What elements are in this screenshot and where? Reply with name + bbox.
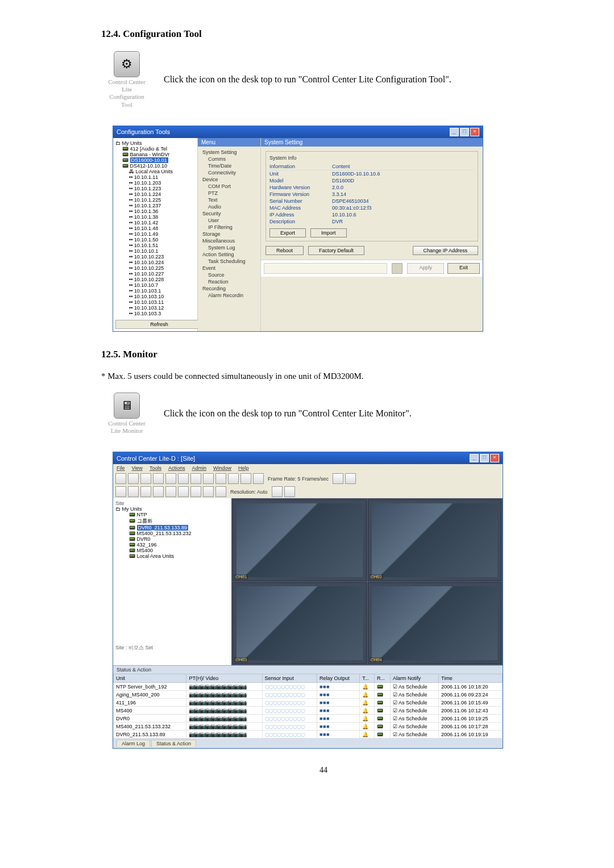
menu-item[interactable]: Security xyxy=(200,210,258,217)
tree-item[interactable]: •• 10.10.10.223 xyxy=(115,254,195,260)
tb-icon[interactable] xyxy=(165,473,176,484)
maximize-icon[interactable]: □ xyxy=(480,454,489,462)
view-cell[interactable]: CH03 xyxy=(233,582,367,664)
tree-item[interactable]: •• 10.10.1.237 xyxy=(115,203,195,208)
menu-item[interactable]: Miscellaneous xyxy=(200,237,258,244)
tb-icon[interactable] xyxy=(115,486,126,497)
menu-item[interactable]: System Setting xyxy=(200,149,258,156)
menu-item[interactable]: Event xyxy=(200,265,258,272)
tree-item[interactable]: 📟 DS16000-10.01 xyxy=(115,157,195,163)
col-header[interactable]: Alarm Notify xyxy=(391,674,439,683)
mon-menubar[interactable]: FileViewToolsActionsAdminWindowHelp xyxy=(113,464,503,472)
menu-item[interactable]: Device xyxy=(200,176,258,183)
tree-item[interactable]: 📟 MS400 xyxy=(115,548,229,553)
menu-item[interactable]: Connectivity xyxy=(200,169,258,176)
table-row[interactable]: Aging_MS400_200📷📷📷📷📷📷📷📷📷📷◌◌◌◌◌◌◌◌◌◌■ ■ ■… xyxy=(114,691,503,699)
close-icon[interactable]: × xyxy=(470,128,479,136)
menu-item[interactable]: Recording xyxy=(200,285,258,292)
tree-item[interactable]: •• 10.10.10.228 xyxy=(115,277,195,282)
tb-icon[interactable] xyxy=(153,473,164,484)
tree-item[interactable]: •• 10.10.103.1 xyxy=(115,288,195,294)
menu-item[interactable]: Text xyxy=(200,197,258,203)
tree-item[interactable]: 📟 DVR0 xyxy=(115,536,229,542)
tree-item[interactable]: 📟 Banana - WinDVr xyxy=(115,152,195,157)
tree-item[interactable]: •• 10.10.1.223 xyxy=(115,186,195,191)
tb-icon[interactable] xyxy=(153,486,164,497)
menu-item[interactable]: Task Scheduling xyxy=(200,258,258,265)
tb-icon[interactable] xyxy=(253,473,264,484)
minimize-icon[interactable]: _ xyxy=(450,128,459,136)
import-button[interactable]: Import xyxy=(310,228,347,237)
tree-item[interactable]: 📟 DVR0_211.53.133.89 xyxy=(115,525,229,531)
tree-root[interactable]: 🗀 My Units xyxy=(115,140,195,146)
tb-icon[interactable] xyxy=(333,473,343,484)
tree-item[interactable]: •• 10.10.103.10 xyxy=(115,294,195,299)
menu-item[interactable]: Actions xyxy=(168,465,185,471)
tab-status-action[interactable]: Status & Action xyxy=(151,740,196,747)
reboot-button[interactable]: Reboot xyxy=(265,246,304,255)
menu-item[interactable]: IP Filtering xyxy=(200,224,258,231)
mon-toolbar2[interactable]: Resolution: Auto xyxy=(113,485,503,498)
cfg-menu-list[interactable]: System SettingCommsTime/DateConnectivity… xyxy=(198,147,260,301)
tab-alarm-log[interactable]: Alarm Log xyxy=(117,740,150,747)
tb-icon[interactable] xyxy=(178,473,189,484)
tree-item[interactable]: •• 10.10.10.227 xyxy=(115,271,195,277)
minimize-icon[interactable]: _ xyxy=(470,454,479,462)
units-tree[interactable]: 🗀 My Units 📟 412 [Audio & Tel📟 Banana - … xyxy=(113,138,198,331)
tree-item[interactable]: •• 10.10.103.11 xyxy=(115,299,195,305)
menu-item[interactable]: Window xyxy=(213,465,231,471)
table-row[interactable]: DVR0_211.53.133.89📷📷📷📷📷📷📷📷📷📷◌◌◌◌◌◌◌◌◌◌■ … xyxy=(114,731,503,738)
menu-item[interactable]: Source xyxy=(200,272,258,278)
tb-icon[interactable] xyxy=(203,473,214,484)
menu-item[interactable]: Admin xyxy=(192,465,206,471)
menu-item[interactable]: User xyxy=(200,217,258,224)
bottom-tabs[interactable]: Alarm Log Status & Action xyxy=(113,738,503,748)
view-cell[interactable]: CH02 xyxy=(368,499,502,581)
col-header[interactable]: PT(H)/ Video xyxy=(186,674,262,683)
col-header[interactable]: T... xyxy=(360,674,375,683)
view-cell[interactable]: CH01 xyxy=(233,499,367,581)
col-header[interactable]: Time xyxy=(439,674,503,683)
menu-item[interactable]: Action Setting xyxy=(200,251,258,258)
tb-icon[interactable] xyxy=(190,486,201,497)
menu-item[interactable]: Audio xyxy=(200,203,258,210)
tree-item[interactable]: 📟 Local Area Units xyxy=(115,553,229,559)
tree-item[interactable]: •• 10.10.1.36 xyxy=(115,208,195,214)
mon-tree-root[interactable]: 🗀 My Units xyxy=(115,506,229,512)
tb-icon[interactable] xyxy=(215,473,226,484)
tree-item[interactable]: •• 10.10.1.48 xyxy=(115,226,195,231)
tb-icon[interactable] xyxy=(115,473,126,484)
view-grid[interactable]: CH01 CH02 CH03 CH04 xyxy=(231,498,503,665)
tree-item[interactable]: •• 10.10.10.1 xyxy=(115,248,195,254)
menu-item[interactable]: PTZ xyxy=(200,190,258,197)
tree-item[interactable]: •• 10.10.10.225 xyxy=(115,265,195,271)
maximize-icon[interactable]: □ xyxy=(460,128,469,136)
tb-icon[interactable] xyxy=(178,486,189,497)
menu-item[interactable]: View xyxy=(132,465,143,471)
tree-item[interactable]: •• 10.10.103.12 xyxy=(115,305,195,311)
tree-item[interactable]: •• 10.10.1.38 xyxy=(115,214,195,220)
col-header[interactable]: Unit xyxy=(114,674,186,683)
tree-item[interactable]: 📟 DS412-10.10.10 xyxy=(115,163,195,169)
tree-item[interactable]: •• 10.10.1.11 xyxy=(115,174,195,180)
close-icon[interactable]: × xyxy=(490,454,499,462)
tb-icon[interactable] xyxy=(240,473,251,484)
exit-button[interactable]: Exit xyxy=(447,263,480,274)
menu-item[interactable]: Storage xyxy=(200,231,258,237)
menu-item[interactable]: Reaction xyxy=(200,278,258,285)
menu-item[interactable]: Alarm Recordin xyxy=(200,292,258,299)
menu-item[interactable]: System Log xyxy=(200,244,258,251)
col-header[interactable]: Relay Output xyxy=(317,674,360,683)
tree-item[interactable]: •• 10.10.1.203 xyxy=(115,180,195,186)
tb-icon[interactable] xyxy=(284,486,295,497)
tree-item[interactable]: 🖧 Local Area Units xyxy=(115,169,195,174)
view-cell[interactable]: CH04 xyxy=(368,582,502,664)
menu-item[interactable]: Help xyxy=(238,465,249,471)
tree-item[interactable]: 📟 NTP xyxy=(115,512,229,518)
menu-item[interactable]: Tools xyxy=(150,465,161,471)
tb-icon[interactable] xyxy=(128,473,139,484)
tb-icon[interactable] xyxy=(215,486,226,497)
menu-item[interactable]: Comms xyxy=(200,156,258,162)
col-header[interactable]: Sensor Input xyxy=(262,674,317,683)
mon-tree[interactable]: Site 🗀 My Units 📟 NTP📟 그룹화📟 DVR0_211.53.… xyxy=(113,498,231,665)
